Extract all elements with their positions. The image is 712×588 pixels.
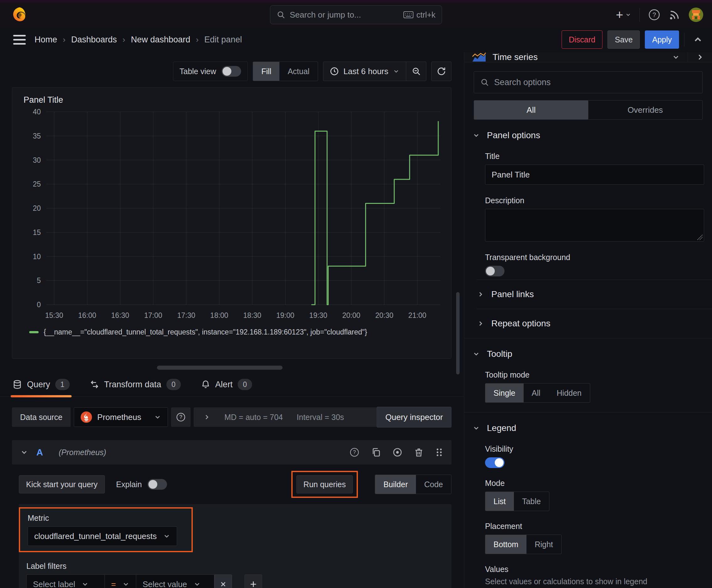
- query-row-header[interactable]: A (Prometheus) ?: [12, 440, 451, 465]
- svg-text:21:00: 21:00: [408, 311, 427, 319]
- options-search-input[interactable]: Search options: [474, 71, 703, 93]
- description-textarea[interactable]: [485, 209, 704, 241]
- remove-filter-button[interactable]: [214, 574, 232, 588]
- repeat-options-section-header[interactable]: Repeat options: [477, 309, 712, 338]
- chevron-down-icon: [473, 350, 480, 358]
- editor-tabs: Query 1 Transform data 0 Alert 0: [0, 370, 464, 397]
- legend-placement-label: Placement: [485, 522, 712, 531]
- chart-canvas[interactable]: 051015202530354015:3016:0016:3017:0017:3…: [17, 106, 444, 323]
- refresh-button[interactable]: [431, 62, 451, 81]
- news-rss-icon[interactable]: [669, 9, 681, 21]
- legend-mode-table[interactable]: Table: [514, 492, 549, 511]
- select-value-dropdown[interactable]: Select value: [136, 574, 214, 588]
- actual-option[interactable]: Actual: [279, 62, 317, 81]
- legend-placement-bottom[interactable]: Bottom: [486, 535, 526, 554]
- breadcrumb-new-dashboard[interactable]: New dashboard: [131, 35, 190, 45]
- svg-text:35: 35: [33, 132, 41, 140]
- label-filter-row: Select label = Select value: [26, 574, 444, 588]
- breadcrumb-home[interactable]: Home: [35, 35, 57, 45]
- save-button[interactable]: Save: [607, 30, 640, 49]
- collapse-sidebar-button[interactable]: [688, 52, 712, 62]
- builder-option[interactable]: Builder: [375, 475, 416, 494]
- resize-grip-icon[interactable]: [697, 234, 703, 240]
- help-icon[interactable]: ?: [648, 8, 661, 21]
- transparent-background-toggle[interactable]: [485, 266, 504, 276]
- select-label-dropdown[interactable]: Select label: [26, 574, 105, 588]
- chart-legend[interactable]: {__name__="cloudflared_tunnel_total_requ…: [17, 325, 445, 336]
- breadcrumb-edit-panel: Edit panel: [204, 35, 242, 45]
- grafana-logo[interactable]: [11, 6, 28, 23]
- menu-toggle-icon[interactable]: [13, 35, 26, 45]
- svg-text:10: 10: [33, 253, 41, 261]
- tooltip-mode-single[interactable]: Single: [486, 383, 524, 402]
- tooltip-section-header[interactable]: Tooltip: [473, 349, 712, 359]
- legend-series-name[interactable]: {__name__="cloudflared_tunnel_total_requ…: [44, 328, 367, 336]
- tab-alert[interactable]: Alert 0: [201, 379, 253, 396]
- panel-options-section-header[interactable]: Panel options: [473, 130, 712, 141]
- metric-select[interactable]: cloudflared_tunnel_total_requests: [28, 526, 177, 546]
- main-scrollbar-thumb[interactable]: [456, 292, 459, 374]
- metric-value: cloudflared_tunnel_total_requests: [34, 531, 157, 541]
- query-help-icon[interactable]: ?: [349, 447, 360, 458]
- tooltip-mode-all[interactable]: All: [524, 383, 549, 402]
- apply-button[interactable]: Apply: [645, 30, 679, 49]
- legend-mode-list[interactable]: List: [486, 492, 514, 511]
- zoom-out-time-button[interactable]: [406, 62, 426, 81]
- svg-text:20:30: 20:30: [375, 311, 393, 319]
- time-range-button[interactable]: Last 6 hours: [323, 62, 406, 81]
- breadcrumb-separator: ›: [196, 35, 199, 45]
- code-option[interactable]: Code: [416, 475, 451, 494]
- add-filter-button[interactable]: [244, 574, 262, 588]
- breadcrumb-separator: ›: [123, 35, 125, 45]
- datasource-picker[interactable]: Prometheus: [74, 407, 168, 427]
- drag-handle-icon[interactable]: [435, 447, 443, 457]
- operator-dropdown[interactable]: =: [105, 574, 136, 588]
- legend-mode-switch: List Table: [485, 491, 549, 511]
- run-queries-button[interactable]: Run queries: [296, 475, 353, 493]
- disable-query-eye-icon[interactable]: [392, 447, 403, 457]
- datasource-help-button[interactable]: ?: [171, 407, 191, 427]
- delete-query-trash-icon[interactable]: [414, 447, 424, 457]
- global-search-input[interactable]: Search or jump to... ctrl+k: [270, 5, 442, 24]
- svg-text:0: 0: [37, 300, 41, 309]
- legend-section-header[interactable]: Legend: [473, 423, 712, 433]
- svg-text:18:00: 18:00: [210, 311, 229, 319]
- datasource-label: Data source: [12, 407, 71, 427]
- breadcrumb-bar: Home › Dashboards › New dashboard › Edit…: [0, 27, 712, 52]
- visualization-select[interactable]: Time series: [464, 52, 688, 62]
- fill-option[interactable]: Fill: [253, 62, 279, 81]
- table-view-control: Table view: [173, 62, 248, 81]
- legend-series-swatch: [29, 331, 39, 333]
- legend-placement-right[interactable]: Right: [526, 535, 561, 554]
- chevron-down-icon: [393, 68, 400, 75]
- tab-overrides[interactable]: Overrides: [588, 101, 703, 119]
- explain-toggle[interactable]: [148, 479, 167, 490]
- tab-query[interactable]: Query 1: [13, 379, 70, 396]
- panel-title-input[interactable]: [485, 165, 704, 185]
- tooltip-mode-hidden[interactable]: Hidden: [548, 383, 589, 402]
- add-new-button[interactable]: +: [616, 8, 631, 21]
- query-inspector-button[interactable]: Query inspector: [377, 407, 451, 427]
- duplicate-query-icon[interactable]: [371, 447, 381, 457]
- kick-start-query-button[interactable]: Kick start your query: [19, 475, 105, 493]
- breadcrumb-dashboards[interactable]: Dashboards: [71, 35, 117, 45]
- panel-resize-handle[interactable]: [157, 365, 283, 370]
- window-edge-strip: [0, 0, 712, 2]
- legend-placement-switch: Bottom Right: [485, 534, 562, 554]
- time-range-picker: Last 6 hours: [323, 62, 426, 81]
- panel-preview-title: Panel Title: [17, 93, 445, 105]
- svg-text:5: 5: [37, 276, 41, 285]
- panel-links-section-header[interactable]: Panel links: [477, 279, 712, 309]
- visualization-picker-row: Time series: [464, 52, 712, 63]
- user-avatar[interactable]: [689, 7, 703, 22]
- table-view-toggle[interactable]: [222, 66, 241, 77]
- chevron-down-icon: [625, 12, 631, 18]
- tab-all-options[interactable]: All: [474, 101, 588, 119]
- svg-text:?: ?: [353, 449, 356, 455]
- collapse-options-chevron-up-icon[interactable]: [693, 34, 703, 45]
- discard-button[interactable]: Discard: [562, 30, 603, 49]
- tab-transform-data[interactable]: Transform data 0: [90, 379, 181, 396]
- explain-label: Explain: [116, 480, 142, 489]
- legend-visibility-toggle[interactable]: [485, 457, 504, 468]
- chevron-down-icon[interactable]: [20, 448, 28, 456]
